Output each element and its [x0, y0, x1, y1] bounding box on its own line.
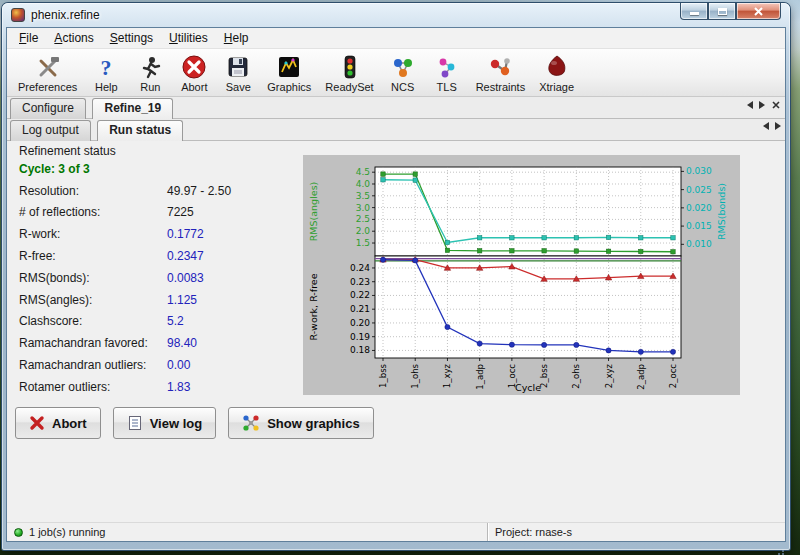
svg-text:0.015: 0.015	[686, 221, 712, 231]
svg-text:1_bss: 1_bss	[378, 363, 388, 387]
svg-text:0.24: 0.24	[350, 263, 370, 273]
toolbar-button-graphics[interactable]: Graphics	[260, 50, 318, 96]
window-title: phenix.refine	[31, 8, 100, 22]
job-running-indicator-icon	[14, 528, 23, 537]
main-tab-bar: Configure Refine_19	[7, 97, 785, 119]
ncs-icon	[390, 54, 416, 80]
toolbar-label: Run	[140, 81, 160, 93]
toolbar-button-abort[interactable]: Abort	[172, 50, 216, 96]
menu-bar: File Actions Settings Utilities Help	[7, 28, 785, 49]
svg-text:Cycle: Cycle	[515, 382, 541, 393]
action-button-row: Abort View log Show graphics	[15, 407, 374, 439]
tab-refine-19[interactable]: Refine_19	[92, 98, 173, 119]
abort-button[interactable]: Abort	[15, 407, 101, 439]
rama-outliers-value: 0.00	[167, 358, 190, 372]
maximize-button[interactable]	[708, 3, 736, 20]
toolbar-button-readyset[interactable]: ReadySet	[318, 50, 380, 96]
view-log-button[interactable]: View log	[113, 407, 217, 439]
svg-text:0.020: 0.020	[686, 203, 712, 213]
tab-nav-controls	[747, 100, 781, 110]
app-icon	[11, 8, 25, 22]
svg-text:1.5: 1.5	[356, 238, 370, 248]
svg-text:1_adp: 1_adp	[475, 364, 485, 390]
stat-row-reflections: # of reflections: 7225	[19, 202, 304, 224]
tab-log-output[interactable]: Log output	[10, 120, 91, 141]
close-icon	[753, 6, 764, 17]
toolbar-button-tls[interactable]: TLS	[425, 50, 469, 96]
stat-row-clashscore: Clashscore: 5.2	[19, 311, 304, 333]
cycle-row: Cycle: 3 of 3	[19, 158, 304, 180]
subtab-scroll-left-icon[interactable]	[763, 122, 769, 130]
toolbar-label: Save	[226, 81, 251, 93]
subtab-scroll-right-icon[interactable]	[775, 122, 781, 130]
refinement-stats-list: Cycle: 3 of 3 Resolution: 49.97 - 2.50 #…	[19, 158, 304, 398]
resolution-value: 49.97 - 2.50	[167, 184, 231, 198]
toolbar-button-xtriage[interactable]: Xtriage	[532, 50, 581, 96]
toolbar-label: Abort	[181, 81, 207, 93]
svg-text:3.5: 3.5	[356, 191, 370, 201]
close-button[interactable]	[736, 3, 781, 20]
toolbar-label: Preferences	[18, 81, 77, 93]
tab-scroll-right-icon[interactable]	[759, 101, 765, 109]
svg-text:0.18: 0.18	[350, 345, 370, 355]
toolbar-button-run[interactable]: Run	[128, 50, 172, 96]
svg-text:0.010: 0.010	[686, 239, 712, 249]
toolbar-button-preferences[interactable]: Preferences	[11, 50, 84, 96]
svg-text:0.030: 0.030	[686, 166, 712, 176]
menu-utilities[interactable]: Utilities	[161, 28, 216, 48]
toolbar-label: NCS	[391, 81, 414, 93]
sub-tab-bar: Log output Run status	[7, 119, 785, 141]
svg-text:0.19: 0.19	[350, 332, 370, 342]
refinement-status-heading: Refinement status	[19, 144, 116, 158]
stat-row-rama-outliers: Ramachandran outliers: 0.00	[19, 354, 304, 376]
client-area: File Actions Settings Utilities Help Pre…	[6, 27, 786, 542]
menu-settings[interactable]: Settings	[102, 28, 161, 48]
show-graphics-button[interactable]: Show graphics	[228, 407, 373, 439]
toolbar-button-ncs[interactable]: NCS	[381, 50, 425, 96]
clashscore-value: 5.2	[167, 314, 184, 328]
graphics-molecule-icon	[242, 414, 260, 432]
svg-text:1_xyz: 1_xyz	[442, 363, 452, 388]
stat-row-r-free: R-free: 0.2347	[19, 245, 304, 267]
xtriage-icon	[544, 54, 570, 80]
readyset-icon	[337, 54, 363, 80]
project-pane: Project: rnase-s	[488, 523, 785, 541]
toolbar-button-help[interactable]: ? Help	[84, 50, 128, 96]
svg-text:2_occ: 2_occ	[668, 364, 678, 389]
graphics-icon	[276, 54, 302, 80]
maximize-icon	[718, 8, 727, 15]
preferences-icon	[35, 54, 61, 80]
run-icon	[137, 54, 163, 80]
run-status-panel: Refinement status Cycle: 3 of 3 Resoluti…	[7, 141, 785, 522]
rms-bonds-value: 0.0083	[167, 271, 204, 285]
svg-text:0.20: 0.20	[350, 318, 370, 328]
svg-text:?: ?	[101, 55, 112, 80]
svg-text:0.22: 0.22	[350, 290, 370, 300]
svg-text:RMS(angles): RMS(angles)	[308, 182, 319, 242]
title-bar[interactable]: phenix.refine	[2, 3, 790, 27]
jobs-status-pane: 1 job(s) running	[7, 523, 488, 541]
toolbar-button-restraints[interactable]: Restraints	[469, 50, 533, 96]
minimize-button[interactable]	[680, 3, 708, 20]
tab-run-status[interactable]: Run status	[97, 120, 183, 141]
menu-file[interactable]: File	[11, 28, 46, 48]
svg-text:R-work, R-free: R-work, R-free	[308, 273, 319, 340]
toolbar-button-save[interactable]: Save	[216, 50, 260, 96]
tls-icon	[434, 54, 460, 80]
menu-actions[interactable]: Actions	[46, 28, 101, 48]
rama-favored-value: 98.40	[167, 336, 197, 350]
tab-close-icon[interactable]	[771, 100, 781, 110]
resize-grip[interactable]	[771, 542, 785, 549]
stat-row-rms-angles: RMS(angles): 1.125	[19, 289, 304, 311]
tab-scroll-left-icon[interactable]	[747, 101, 753, 109]
toolbar-label: Help	[95, 81, 118, 93]
stat-row-rama-favored: Ramachandran favored: 98.40	[19, 332, 304, 354]
tab-configure[interactable]: Configure	[10, 98, 86, 119]
menu-help[interactable]: Help	[216, 28, 257, 48]
svg-text:0.21: 0.21	[350, 304, 370, 314]
svg-text:4.5: 4.5	[356, 167, 370, 177]
reflections-value: 7225	[167, 205, 194, 219]
stat-row-r-work: R-work: 0.1772	[19, 223, 304, 245]
chart-canvas: 1.52.02.53.03.54.04.50.0100.0150.0200.02…	[303, 155, 740, 395]
refinement-progress-chart: 1.52.02.53.03.54.04.50.0100.0150.0200.02…	[303, 155, 740, 395]
